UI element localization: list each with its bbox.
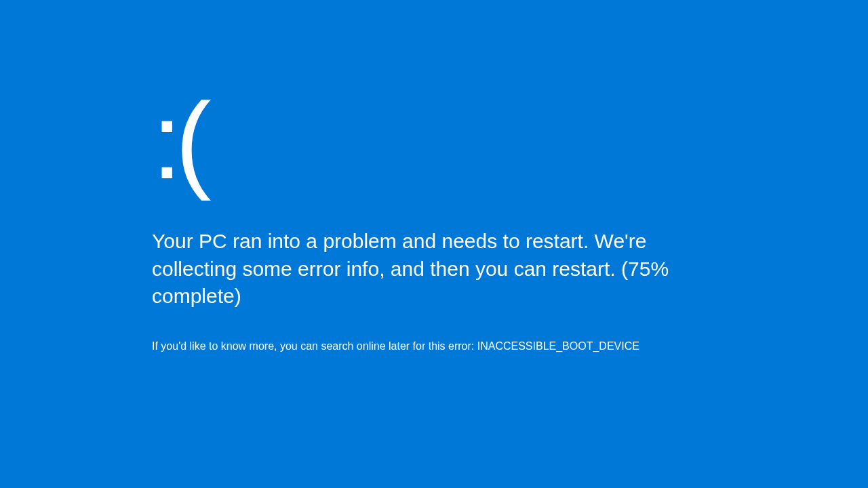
error-code: INACCESSIBLE_BOOT_DEVICE: [477, 340, 639, 352]
info-prefix: If you'd like to know more, you can sear…: [152, 340, 477, 352]
bsod-content: :( Your PC ran into a problem and needs …: [152, 87, 722, 354]
error-info: If you'd like to know more, you can sear…: [152, 339, 722, 354]
sad-face-icon: :(: [152, 87, 722, 195]
error-message: Your PC ran into a problem and needs to …: [152, 228, 722, 310]
